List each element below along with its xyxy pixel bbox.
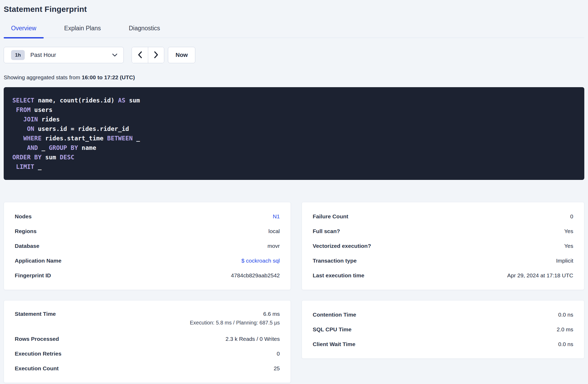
row-label: Nodes <box>15 213 32 220</box>
row-label: Regions <box>15 228 37 234</box>
row-value-group: N1 <box>273 213 280 220</box>
summary-row: Database movr <box>15 239 280 253</box>
summary-cards: Nodes N1 Regions local Database movr App… <box>4 202 584 383</box>
row-value: 0 <box>570 213 573 219</box>
summary-row: SQL CPU Time 2.0 ms <box>313 322 573 337</box>
page: Statement Fingerprint Overview Explain P… <box>0 0 588 383</box>
row-value: Yes <box>564 243 573 249</box>
row-value-group: Yes <box>564 228 573 234</box>
stats-note-range: 16:00 to 17:22 (UTC) <box>82 74 135 80</box>
tab-label: Diagnostics <box>129 25 160 32</box>
summary-row: Failure Count 0 <box>313 209 573 224</box>
summary-row: Client Wait Time 0.0 ns <box>313 337 573 352</box>
summary-row: Last execution time Apr 29, 2024 at 17:1… <box>313 268 573 283</box>
summary-row: Regions local <box>15 224 280 239</box>
row-label: Database <box>15 243 39 249</box>
row-label: Failure Count <box>313 213 348 220</box>
row-value-group: 6.6 ms Execution: 5.8 ms / Planning: 687… <box>190 311 280 326</box>
summary-row: Transaction type Implicit <box>313 253 573 268</box>
summary-row: Statement Time 6.6 ms Execution: 5.8 ms … <box>15 307 280 332</box>
row-label: Full scan? <box>313 228 340 234</box>
row-value: 2.0 ms <box>557 326 573 332</box>
row-value: 25 <box>274 365 280 371</box>
page-title: Statement Fingerprint <box>4 0 584 14</box>
row-value: local <box>268 228 280 234</box>
row-label: Application Name <box>15 258 61 264</box>
row-label: Execution Count <box>15 365 59 372</box>
row-label: Rows Processed <box>15 336 59 342</box>
row-value[interactable]: N1 <box>273 213 280 219</box>
row-value: 0.0 ns <box>558 312 573 318</box>
row-value-group: 25 <box>274 365 280 372</box>
summary-row: Nodes N1 <box>15 209 280 224</box>
row-label: Execution Retries <box>15 351 61 357</box>
summary-row: Vectorized execution? Yes <box>313 239 573 253</box>
row-value: 6.6 ms <box>263 311 280 317</box>
row-label: Last execution time <box>313 272 364 279</box>
tab-label: Overview <box>11 25 36 32</box>
statement-timing-card: Statement Time 6.6 ms Execution: 5.8 ms … <box>4 300 291 383</box>
row-value-group: Implicit <box>556 258 573 264</box>
row-label: Fingerprint ID <box>15 272 51 279</box>
summary-row: Fingerprint ID 4784cb829aab2542 <box>15 268 280 283</box>
summary-row: Rows Processed 2.3 k Reads / 0 Writes <box>15 332 280 346</box>
row-label: Statement Time <box>15 311 56 317</box>
previous-time-button[interactable] <box>132 47 148 63</box>
row-value: Apr 29, 2024 at 17:18 UTC <box>507 272 573 278</box>
row-value-group: 2.3 k Reads / 0 Writes <box>226 336 280 342</box>
row-value-group: movr <box>267 243 280 249</box>
tab-diagnostics[interactable]: Diagnostics <box>121 25 167 38</box>
tab-overview[interactable]: Overview <box>4 25 44 38</box>
time-toolbar: 1h Past Hour Now <box>4 47 584 63</box>
time-range-label: Past Hour <box>30 52 56 58</box>
now-button[interactable]: Now <box>168 47 195 63</box>
row-subvalue: Execution: 5.8 ms / Planning: 687.5 µs <box>190 320 280 326</box>
time-range-select[interactable]: 1h Past Hour <box>4 47 124 63</box>
row-label: Transaction type <box>313 258 357 264</box>
next-time-button[interactable] <box>148 47 164 63</box>
row-value[interactable]: $ cockroach sql <box>241 258 280 264</box>
row-value: 2.3 k Reads / 0 Writes <box>226 336 280 342</box>
sql-code: SELECT name, count(rides.id) AS sum FROM… <box>12 96 576 171</box>
summary-row: Full scan? Yes <box>313 224 573 239</box>
summary-row: Execution Count 25 <box>15 361 280 376</box>
row-value-group: $ cockroach sql <box>241 258 280 264</box>
summary-row: Contention Time 0.0 ns <box>313 307 573 322</box>
chevron-down-icon <box>112 53 118 57</box>
tab-bar: Overview Explain Plans Diagnostics <box>4 25 584 38</box>
row-value: movr <box>267 243 280 249</box>
row-value-group: Apr 29, 2024 at 17:18 UTC <box>507 272 573 279</box>
row-value-group: 2.0 ms <box>557 326 573 333</box>
row-value: Yes <box>564 228 573 234</box>
row-value: 4784cb829aab2542 <box>231 272 280 278</box>
row-label: Contention Time <box>313 312 356 318</box>
row-label: SQL CPU Time <box>313 326 351 333</box>
aggregated-stats-note: Showing aggregated stats from 16:00 to 1… <box>4 74 584 81</box>
row-value-group: Yes <box>564 243 573 249</box>
row-value: Implicit <box>556 258 573 264</box>
stats-note-prefix: Showing aggregated stats from <box>4 74 82 80</box>
row-label: Vectorized execution? <box>313 243 371 249</box>
row-value-group: 4784cb829aab2542 <box>231 272 280 279</box>
row-label: Client Wait Time <box>313 341 355 347</box>
tab-label: Explain Plans <box>64 25 101 32</box>
execution-attributes-card: Failure Count 0 Full scan? Yes Vectorize… <box>302 202 584 290</box>
row-value-group: 0 <box>570 213 573 220</box>
time-step-group <box>132 47 164 63</box>
row-value-group: 0.0 ns <box>558 312 573 318</box>
summary-row: Application Name $ cockroach sql <box>15 253 280 268</box>
row-value-group: local <box>268 228 280 234</box>
time-range-badge: 1h <box>11 50 25 60</box>
row-value: 0 <box>277 351 280 357</box>
wait-times-card: Contention Time 0.0 ns SQL CPU Time 2.0 … <box>302 300 584 359</box>
chevron-left-icon <box>138 51 142 59</box>
tab-explain-plans[interactable]: Explain Plans <box>57 25 108 38</box>
chevron-right-icon <box>154 51 158 59</box>
row-value: 0.0 ns <box>558 341 573 347</box>
row-value-group: 0.0 ns <box>558 341 573 347</box>
sql-statement-box: SELECT name, count(rides.id) AS sum FROM… <box>4 87 584 180</box>
summary-row: Execution Retries 0 <box>15 346 280 361</box>
statement-details-card: Nodes N1 Regions local Database movr App… <box>4 202 291 290</box>
row-value-group: 0 <box>277 351 280 357</box>
